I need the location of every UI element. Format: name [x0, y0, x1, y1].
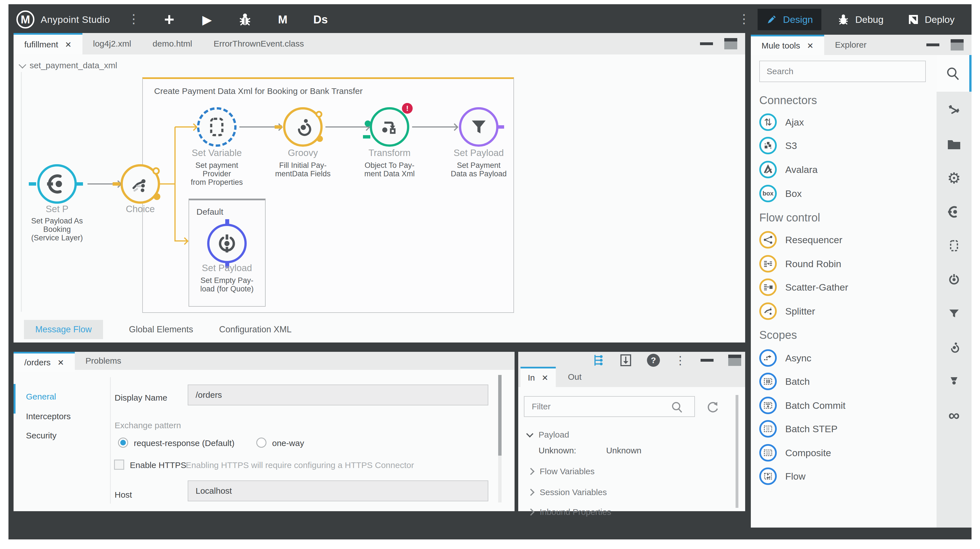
scrollbar-thumb[interactable] — [498, 375, 501, 455]
deploy-mode-button[interactable]: Deploy — [899, 9, 963, 30]
strip-transfer-icon[interactable] — [937, 102, 972, 118]
tree-view-icon[interactable] — [592, 354, 605, 367]
palette-item-ajax[interactable]: ⇅ Ajax — [759, 113, 804, 131]
strip-set-payload-icon[interactable] — [937, 204, 972, 220]
menu-dots-icon[interactable]: ⋮ — [675, 354, 686, 367]
run-button[interactable]: ▶ — [199, 11, 216, 28]
avalara-icon — [759, 161, 777, 178]
close-icon[interactable]: ✕ — [542, 373, 548, 382]
tab-message-flow[interactable]: Message Flow — [24, 320, 103, 339]
restore-icon[interactable] — [724, 38, 737, 49]
reset-icon[interactable] — [706, 400, 720, 414]
chevron-down-icon[interactable] — [526, 430, 533, 437]
node-set-variable[interactable] — [197, 107, 237, 147]
session-variables-node[interactable]: Session Variables — [528, 487, 607, 497]
nav-general[interactable]: General — [26, 392, 56, 401]
tab-mule-tools[interactable]: Mule tools✕ — [751, 35, 824, 55]
nav-interceptors[interactable]: Interceptors — [26, 412, 70, 421]
strip-payload-power-icon[interactable] — [937, 272, 972, 287]
host-field[interactable] — [188, 481, 488, 501]
mule-m-button[interactable]: M — [274, 11, 291, 28]
new-project-button[interactable]: + — [161, 11, 178, 28]
tab-demo-html[interactable]: demo.html — [142, 33, 203, 54]
display-name-field[interactable] — [188, 384, 488, 405]
properties-scrollbar[interactable] — [498, 375, 501, 503]
palette-item-composite[interactable]: Composite — [759, 444, 831, 462]
palette-item-avalara[interactable]: Avalara — [759, 160, 818, 179]
minimize-icon[interactable] — [926, 43, 939, 46]
tab-log4j2[interactable]: log4j2.xml — [83, 33, 142, 54]
minimize-icon[interactable] — [700, 42, 713, 45]
close-icon[interactable]: ✕ — [807, 41, 813, 51]
chevron-right-icon[interactable] — [527, 489, 534, 496]
request-response-radio[interactable] — [118, 438, 128, 448]
inspector-scrollbar[interactable] — [735, 395, 738, 508]
strip-component-icon[interactable] — [937, 373, 972, 389]
tab-out[interactable]: Out — [560, 367, 589, 387]
close-icon[interactable]: ✕ — [65, 40, 72, 49]
minimize-icon[interactable] — [700, 359, 714, 362]
palette-item-splitter[interactable]: Splitter — [759, 302, 815, 320]
debug-mode-button[interactable]: Debug — [829, 8, 892, 31]
palette-item-box[interactable]: box Box — [759, 184, 802, 203]
strip-infinity-icon[interactable]: ∞ — [937, 407, 972, 423]
restore-icon[interactable] — [728, 355, 741, 366]
palette-item-scatter-gather[interactable]: Scatter-Gather — [759, 278, 848, 296]
help-icon[interactable]: ? — [647, 354, 660, 367]
node-transform[interactable] — [370, 107, 409, 147]
datasense-ds-button[interactable]: Ds — [312, 11, 329, 28]
properties-content: General Interceptors Security Display Na… — [14, 370, 515, 511]
node-set-payload[interactable] — [459, 107, 498, 147]
arrow-transform-setpayload — [412, 126, 457, 127]
design-mode-button[interactable]: Design — [757, 9, 821, 30]
tab-configuration-xml[interactable]: Configuration XML — [219, 324, 291, 335]
palette-item-round-robin[interactable]: Round Robin — [759, 255, 841, 273]
chevron-right-icon[interactable] — [527, 468, 534, 475]
debug-bug-icon[interactable] — [237, 11, 253, 28]
groovy-title: Groovy — [261, 148, 345, 158]
tab-fufillment[interactable]: fufillment✕ — [14, 33, 83, 54]
close-icon[interactable]: ✕ — [57, 358, 64, 367]
flow-variables-node[interactable]: Flow Variables — [528, 466, 595, 476]
strip-filter-icon[interactable] — [937, 306, 972, 321]
tab-problems[interactable]: Problems — [75, 352, 132, 370]
strip-folder-icon[interactable] — [937, 136, 972, 152]
import-icon[interactable] — [619, 354, 632, 367]
host-label: Host — [115, 490, 132, 500]
choice-icon — [129, 173, 151, 195]
palette-item-batch[interactable]: Batch — [759, 372, 810, 390]
strip-search-item[interactable] — [937, 55, 972, 92]
flow-canvas[interactable]: set_payment_data_xml Create Payment Data… — [14, 54, 745, 343]
node-set-p[interactable] — [37, 164, 77, 204]
flow-icon — [759, 468, 777, 485]
strip-set-variable-icon[interactable] — [937, 238, 972, 254]
palette-item-resequencer[interactable]: Resequencer — [759, 231, 842, 249]
tab-in[interactable]: In✕ — [520, 367, 556, 387]
one-way-radio[interactable] — [256, 438, 266, 448]
filter-input[interactable] — [524, 396, 695, 417]
palette-item-batch-step[interactable]: Batch STEP — [759, 420, 837, 438]
tab-orders[interactable]: /orders✕ — [14, 352, 75, 371]
palette-item-batch-commit[interactable]: Batch Commit — [759, 397, 846, 414]
palette-search-input[interactable] — [759, 61, 926, 82]
palette-item-async[interactable]: Async — [759, 349, 811, 367]
flow-name-row[interactable]: set_payment_data_xml — [20, 61, 117, 70]
palette-item-s3[interactable]: S3 — [759, 136, 797, 155]
strip-groovy-icon[interactable] — [937, 340, 972, 355]
payload-tree-node[interactable]: Payload — [527, 430, 569, 440]
setp-desc: Set Payload As Booking (Service Layer) — [15, 217, 99, 242]
setpayload-title: Set Payload — [436, 148, 521, 158]
tab-global-elements[interactable]: Global Elements — [129, 324, 193, 335]
chevron-right-icon[interactable] — [527, 508, 534, 516]
node-default-set-payload[interactable] — [207, 224, 247, 263]
strip-gear-icon[interactable]: ⚙ — [937, 170, 972, 186]
inbound-properties-node[interactable]: Inbound Properties — [528, 507, 611, 517]
tab-explorer[interactable]: Explorer — [824, 35, 877, 55]
editor-tabstrip: fufillment✕ log4j2.xml demo.html ErrorTh… — [14, 33, 745, 54]
palette-item-flow[interactable]: Flow — [759, 467, 805, 485]
tab-errorthrownevent[interactable]: ErrorThrownEvent.class — [203, 33, 315, 54]
collapse-chevron-icon[interactable] — [19, 61, 26, 68]
nav-security[interactable]: Security — [26, 431, 56, 440]
restore-icon[interactable] — [951, 39, 964, 51]
enable-https-checkbox[interactable] — [114, 460, 124, 470]
